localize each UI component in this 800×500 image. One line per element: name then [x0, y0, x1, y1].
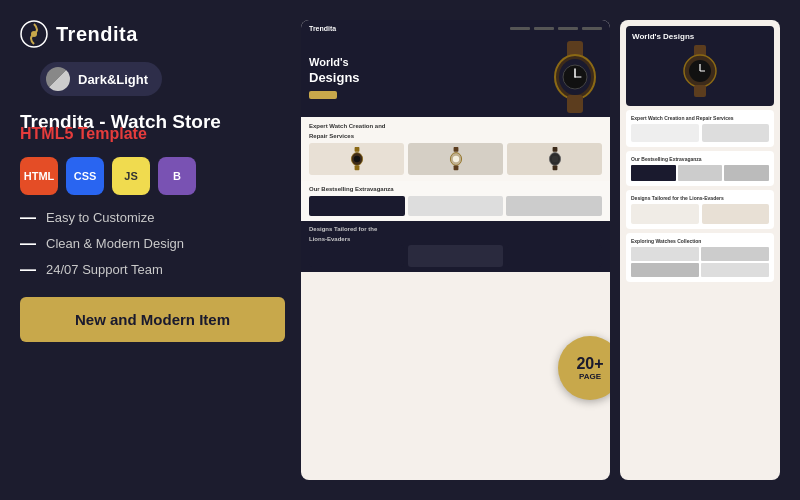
designs-title: Designs Tailored for the	[309, 226, 602, 232]
svg-point-1	[31, 31, 37, 37]
pages-number: 20+	[576, 356, 603, 372]
grid-item-3	[506, 196, 602, 216]
badge-label: Dark&Light	[78, 72, 148, 87]
grid-item-2	[408, 196, 504, 216]
col2-hero-text: World's Designs	[632, 32, 768, 41]
nav-item	[558, 27, 578, 30]
cta-button[interactable]: New and Modern Item	[20, 297, 285, 342]
svg-rect-16	[453, 165, 458, 170]
svg-point-19	[551, 156, 557, 162]
col2-section2-title: Our Bestselling Extravaganza	[631, 156, 769, 162]
left-panel: Trendita Dark&Light Trendita - Watch Sto…	[20, 20, 285, 480]
svg-point-11	[353, 156, 359, 162]
mock-hero-section: World's Designs	[301, 37, 610, 117]
main-preview: Trendita World's Designs	[301, 20, 610, 480]
col2-section4-grid	[631, 247, 769, 277]
hero-cta-btn	[309, 91, 337, 99]
brand-row: Trendita	[20, 20, 285, 48]
col2-grid-item1	[631, 165, 676, 181]
css-badge: CSS	[66, 157, 104, 195]
dash-icon-2: —	[20, 235, 36, 253]
dash-icon-1: —	[20, 209, 36, 227]
nav-item	[510, 27, 530, 30]
tech-badges-row: HTML CSS JS B	[20, 157, 285, 195]
html-badge: HTML	[20, 157, 58, 195]
col2-grid-item2	[678, 165, 723, 181]
dark-light-badge: Dark&Light	[40, 62, 162, 96]
svg-rect-20	[552, 165, 557, 170]
hero-line1: World's	[309, 55, 539, 69]
col2-content: World's Designs Expert W	[620, 20, 780, 288]
designs-cards	[309, 245, 602, 267]
small-watch-1	[348, 147, 366, 171]
col2-s4-item4	[701, 263, 769, 277]
hero-watch	[547, 47, 602, 107]
mock-logo: Trendita	[309, 25, 336, 32]
mock-hero-text: World's Designs	[309, 55, 539, 98]
design-card-1	[309, 245, 404, 267]
expert-card-1	[309, 143, 404, 175]
mock-section-designs: Designs Tailored for the Lions-Evaders	[301, 221, 610, 272]
col2-section1: Expert Watch Creation and Repair Service…	[626, 110, 774, 147]
watch-svg-hero	[549, 41, 601, 113]
feature-2-text: Clean & Modern Design	[46, 236, 184, 251]
col2-cards	[631, 124, 769, 142]
nav-item	[534, 27, 554, 30]
col2-s3-card2	[702, 204, 770, 224]
col2-section4: Exploring Watches Collection	[626, 233, 774, 282]
svg-rect-13	[453, 147, 458, 152]
svg-rect-9	[354, 147, 359, 152]
col2-card-1	[631, 124, 699, 142]
mock-nav	[510, 27, 602, 30]
feature-1-text: Easy to Customize	[46, 210, 154, 225]
product-title-block: Trendita - Watch Store HTML5 Template	[20, 110, 285, 143]
theme-toggle-icon	[46, 67, 70, 91]
mock-nav-bar: Trendita	[301, 20, 610, 37]
col2-section3: Designs Tailored for the Lions-Evaders	[626, 190, 774, 229]
col2-section3-title: Designs Tailored for the Lions-Evaders	[631, 195, 769, 201]
svg-point-15	[452, 156, 458, 162]
nav-item	[582, 27, 602, 30]
design-card-2	[408, 245, 503, 267]
feature-3-text: 24/07 Support Team	[46, 262, 163, 277]
col2-section4-title: Exploring Watches Collection	[631, 238, 769, 244]
dash-icon-3: —	[20, 261, 36, 279]
brand-name: Trendita	[56, 23, 138, 46]
mock-section-bestselling: Our Bestselling Extravaganza	[301, 181, 610, 221]
col2-section1-title: Expert Watch Creation and Repair Service…	[631, 115, 769, 121]
design-card-3	[507, 245, 602, 267]
expert-card-3	[507, 143, 602, 175]
col2-card-2	[702, 124, 770, 142]
section-title-expert: Expert Watch Creation and	[309, 123, 602, 129]
svg-rect-8	[567, 95, 583, 113]
col2-section2: Our Bestselling Extravaganza	[626, 151, 774, 186]
bootstrap-badge: B	[158, 157, 196, 195]
small-watch-3	[546, 147, 564, 171]
designs-title2: Lions-Evaders	[309, 236, 602, 242]
col2-s3-card1	[631, 204, 699, 224]
expert-cards	[309, 143, 602, 175]
col2-watch-svg	[681, 45, 719, 97]
bestselling-grid	[309, 196, 602, 216]
col2-watch-render	[632, 45, 768, 97]
svg-rect-17	[552, 147, 557, 152]
features-list: — Easy to Customize — Clean & Modern Des…	[20, 209, 285, 279]
pages-count-badge: 20+ PAGE	[558, 336, 610, 400]
feature-1: — Easy to Customize	[20, 209, 285, 227]
brand-icon	[20, 20, 48, 48]
js-badge: JS	[112, 157, 150, 195]
col2-grid	[631, 165, 769, 181]
hero-line2: Designs	[309, 70, 539, 85]
feature-2: — Clean & Modern Design	[20, 235, 285, 253]
col2-s4-item2	[701, 247, 769, 261]
mock-section-expert: Expert Watch Creation and Repair Service…	[301, 117, 610, 181]
pages-label: PAGE	[579, 372, 601, 381]
small-watch-2	[447, 147, 465, 171]
feature-3: — 24/07 Support Team	[20, 261, 285, 279]
expert-card-2	[408, 143, 503, 175]
col2-hero: World's Designs	[626, 26, 774, 106]
grid-item-1	[309, 196, 405, 216]
secondary-preview: World's Designs Expert W	[620, 20, 780, 480]
svg-rect-26	[694, 85, 706, 97]
main-container: Trendita Dark&Light Trendita - Watch Sto…	[0, 0, 800, 500]
